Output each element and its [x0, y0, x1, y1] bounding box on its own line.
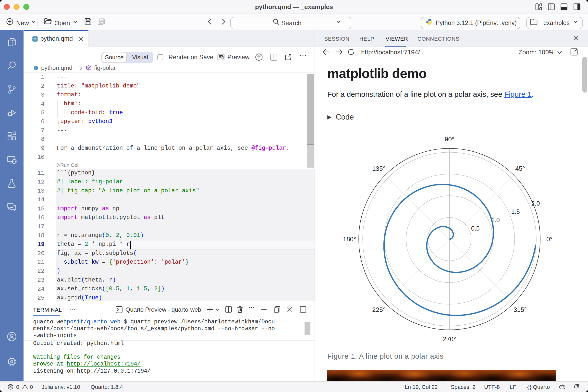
svg-text:225°: 225° [372, 306, 386, 313]
svg-text:315°: 315° [514, 306, 527, 313]
svg-text:1.5: 1.5 [511, 208, 520, 215]
svg-text:270°: 270° [443, 336, 456, 343]
svg-text:90°: 90° [445, 136, 454, 143]
svg-text:1.0: 1.0 [491, 216, 500, 224]
svg-text:180°: 180° [343, 236, 356, 243]
svg-text:0.5: 0.5 [471, 225, 480, 232]
svg-text:45°: 45° [515, 165, 525, 172]
svg-text:2.0: 2.0 [532, 200, 540, 207]
svg-text:0°: 0° [546, 236, 552, 243]
svg-text:135°: 135° [372, 165, 386, 172]
